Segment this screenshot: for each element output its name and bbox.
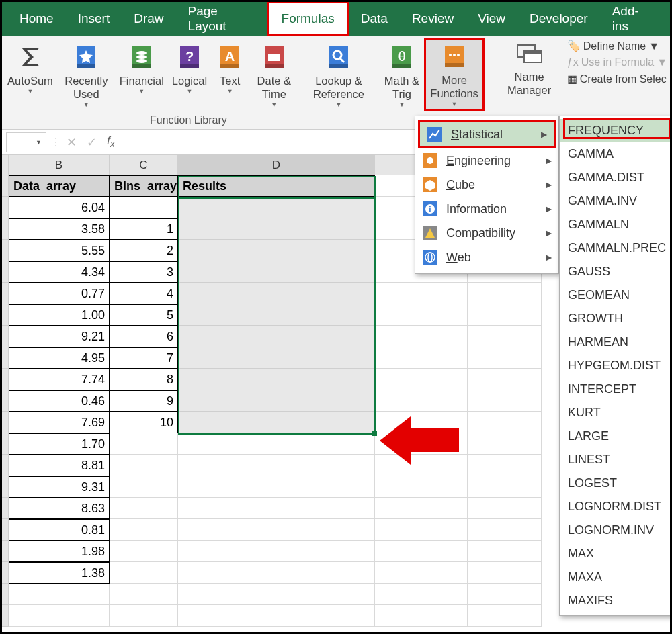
- cell-results[interactable]: [178, 605, 375, 627]
- cell-results[interactable]: [178, 455, 375, 476]
- cell-data[interactable]: 7.74: [9, 369, 110, 390]
- cell-results[interactable]: [178, 433, 375, 455]
- fx-label[interactable]: fx: [101, 134, 120, 149]
- cell-bins[interactable]: 10: [110, 412, 178, 433]
- cell-data[interactable]: 4.95: [9, 347, 110, 369]
- cell-results[interactable]: [178, 283, 375, 304]
- cell-data[interactable]: 1.98: [9, 541, 110, 562]
- cell-results[interactable]: [178, 369, 375, 390]
- stat-fn-hypgeom-dist[interactable]: HYPGEOM.DIST: [560, 354, 672, 377]
- cell-results[interactable]: [178, 498, 375, 519]
- cell-bins[interactable]: [110, 519, 178, 541]
- menu-information[interactable]: i Information▶: [415, 197, 558, 221]
- date-time-button[interactable]: Date & Time▼: [249, 40, 299, 109]
- tab-review[interactable]: Review: [400, 3, 466, 34]
- cell-data[interactable]: 9.31: [9, 476, 110, 498]
- cell-data[interactable]: 8.81: [9, 455, 110, 476]
- stat-fn-gammaln-prec[interactable]: GAMMALN.PREC: [560, 236, 672, 260]
- cell-results[interactable]: [178, 390, 375, 412]
- stat-fn-large[interactable]: LARGE: [560, 424, 672, 448]
- cell-results[interactable]: [178, 584, 375, 605]
- enter-icon[interactable]: ✓: [81, 135, 101, 150]
- tab-view[interactable]: View: [466, 3, 517, 34]
- tab-formulas[interactable]: Formulas: [267, 1, 349, 36]
- stat-fn-maxa[interactable]: MAXA: [560, 565, 672, 589]
- cell-bins[interactable]: 1: [110, 218, 178, 240]
- logical-button[interactable]: ? Logical▼: [168, 40, 211, 109]
- math-trig-button[interactable]: θ Math & Trig▼: [378, 40, 426, 109]
- cell-results[interactable]: [178, 347, 375, 369]
- cell-results[interactable]: [178, 519, 375, 541]
- cell-results[interactable]: [178, 541, 375, 562]
- cell-bins[interactable]: [110, 541, 178, 562]
- cell-bins[interactable]: 3: [110, 261, 178, 283]
- tab-draw[interactable]: Draw: [122, 3, 175, 34]
- cell-bins[interactable]: 8: [110, 369, 178, 390]
- cell-bins[interactable]: [110, 605, 178, 627]
- cell-results[interactable]: [178, 476, 375, 498]
- stat-fn-kurt[interactable]: KURT: [560, 401, 672, 424]
- cell-data[interactable]: 0.81: [9, 519, 110, 541]
- stat-fn-lognorm-dist[interactable]: LOGNORM.DIST: [560, 495, 672, 518]
- col-header-b[interactable]: B: [9, 155, 110, 175]
- more-functions-button[interactable]: More Functions▼: [424, 38, 484, 111]
- stat-fn-frequency[interactable]: FREQUENCY: [560, 119, 672, 142]
- cell-data[interactable]: 8.63: [9, 498, 110, 519]
- cell-results[interactable]: [178, 261, 375, 283]
- define-name-button[interactable]: 🏷️Define Name ▼: [567, 40, 667, 52]
- cell-results[interactable]: [178, 240, 375, 261]
- cell-data[interactable]: 0.77: [9, 283, 110, 304]
- cell-bins[interactable]: [110, 197, 178, 218]
- stat-fn-linest[interactable]: LINEST: [560, 448, 672, 471]
- cancel-icon[interactable]: ✕: [61, 135, 81, 150]
- cell-data[interactable]: 0.46: [9, 390, 110, 412]
- col-header-c[interactable]: C: [110, 155, 178, 175]
- menu-engineering[interactable]: Engineering▶: [415, 148, 558, 173]
- cell-bins[interactable]: 6: [110, 326, 178, 347]
- create-from-selection-button[interactable]: ▦Create from Selec: [567, 73, 667, 85]
- cell-data[interactable]: 7.69: [9, 412, 110, 433]
- tab-developer[interactable]: Developer: [517, 3, 600, 34]
- menu-compatibility[interactable]: Compatibility▶: [415, 221, 558, 245]
- cell-bins[interactable]: [110, 476, 178, 498]
- header-data-array[interactable]: Data_array: [9, 175, 110, 197]
- stat-fn-gamma[interactable]: GAMMA: [560, 142, 672, 166]
- cell-bins[interactable]: 2: [110, 240, 178, 261]
- cell-data[interactable]: 9.21: [9, 326, 110, 347]
- stat-fn-max[interactable]: MAX: [560, 542, 672, 565]
- stat-fn-maxifs[interactable]: MAXIFS: [560, 589, 672, 613]
- use-in-formula-button[interactable]: ƒxUse in Formula▼: [567, 56, 667, 69]
- tab-insert[interactable]: Insert: [66, 3, 122, 34]
- cell-bins[interactable]: 7: [110, 347, 178, 369]
- stat-fn-harmean[interactable]: HARMEAN: [560, 330, 672, 354]
- stat-fn-gamma-dist[interactable]: GAMMA.DIST: [560, 166, 672, 189]
- cell-bins[interactable]: [110, 584, 178, 605]
- stat-fn-geomean[interactable]: GEOMEAN: [560, 283, 672, 307]
- cell-bins[interactable]: 9: [110, 390, 178, 412]
- col-header-d[interactable]: D: [178, 155, 375, 175]
- cell-data[interactable]: [9, 605, 110, 627]
- header-results[interactable]: Results: [178, 175, 375, 197]
- recently-used-button[interactable]: Recently Used▼: [57, 40, 116, 109]
- header-bins-array[interactable]: Bins_array: [110, 175, 178, 197]
- cell-results[interactable]: [178, 197, 375, 218]
- cell-bins[interactable]: [110, 433, 178, 455]
- lookup-reference-button[interactable]: Lookup & Reference▼: [300, 40, 378, 109]
- stat-fn-growth[interactable]: GROWTH: [560, 307, 672, 330]
- cell-data[interactable]: 3.58: [9, 218, 110, 240]
- cell-data[interactable]: [9, 584, 110, 605]
- stat-fn-gamma-inv[interactable]: GAMMA.INV: [560, 189, 672, 213]
- cell-data[interactable]: 1.00: [9, 304, 110, 326]
- cell-results[interactable]: [178, 326, 375, 347]
- tab-home[interactable]: Home: [7, 3, 66, 34]
- stat-fn-lognorm-inv[interactable]: LOGNORM.INV: [560, 518, 672, 542]
- menu-web[interactable]: Web▶: [415, 245, 558, 269]
- cell-bins[interactable]: [110, 455, 178, 476]
- stat-fn-gauss[interactable]: GAUSS: [560, 260, 672, 283]
- cell-results[interactable]: [178, 412, 375, 433]
- cell-results[interactable]: [178, 562, 375, 584]
- stat-fn-intercept[interactable]: INTERCEPT: [560, 377, 672, 401]
- autosum-button[interactable]: AutoSum▼: [3, 40, 57, 109]
- cell-bins[interactable]: [110, 498, 178, 519]
- cell-data[interactable]: 4.34: [9, 261, 110, 283]
